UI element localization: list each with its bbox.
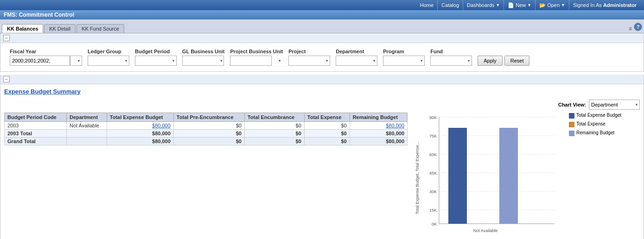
dashboards-dropdown[interactable]: Dashboards ▼ bbox=[463, 0, 504, 10]
ledger-group-select[interactable] bbox=[88, 56, 129, 66]
action-buttons: Apply Reset bbox=[478, 56, 529, 66]
fiscal-year-label: Fiscal Year bbox=[10, 49, 82, 54]
gl-business-unit-select[interactable] bbox=[182, 56, 224, 66]
tab-kk-fund-source[interactable]: KK Fund Source bbox=[77, 24, 124, 33]
fiscal-year-filter: Fiscal Year bbox=[10, 49, 82, 66]
data-table-container: Budget Period Code Department Total Expe… bbox=[4, 113, 408, 145]
budget-period-select[interactable] bbox=[135, 56, 177, 66]
svg-text:60K: 60K bbox=[429, 152, 437, 157]
chart-view-label: Chart View: bbox=[558, 102, 586, 107]
tabs-container: KK Balances KK Detail KK Fund Source bbox=[2, 24, 124, 33]
col-total-pre-encumbrance: Total Pre-Encumbrance bbox=[173, 113, 244, 122]
gl-business-unit-filter: GL Business Unit bbox=[182, 49, 224, 66]
app-title: FMS: Commitment Control bbox=[4, 12, 74, 18]
fiscal-year-select[interactable] bbox=[70, 56, 82, 66]
filters-row: Fiscal Year Ledger Group Budget Period bbox=[10, 49, 634, 66]
legend-color-expense-budget bbox=[569, 113, 574, 119]
svg-text:90K: 90K bbox=[429, 115, 437, 120]
fund-label: Fund bbox=[430, 49, 472, 54]
open-arrow-icon: ▼ bbox=[561, 3, 565, 7]
svg-text:Not Available: Not Available bbox=[473, 228, 497, 233]
catalog-link[interactable]: Catalog bbox=[438, 0, 463, 10]
cell-remaining-budget[interactable]: $80,000 bbox=[350, 122, 407, 130]
title-bar: FMS: Commitment Control bbox=[0, 10, 644, 19]
svg-text:45K: 45K bbox=[429, 171, 437, 176]
fund-filter: Fund bbox=[430, 49, 472, 66]
chart-svg: 90K 75K 60K 45K 30K 15K 0K bbox=[421, 113, 564, 238]
table-chart-container: Budget Period Code Department Total Expe… bbox=[4, 113, 640, 239]
ledger-group-filter: Ledger Group bbox=[88, 49, 129, 66]
new-arrow-icon: ▼ bbox=[527, 3, 531, 7]
cell-total-expense-budget[interactable]: $80,000 bbox=[107, 122, 173, 130]
y-axis-label: Total Expense Budget, Total Expense... bbox=[415, 142, 420, 214]
legend-color-total-expense bbox=[569, 122, 574, 127]
results-collapse-icon[interactable]: − bbox=[3, 76, 10, 82]
fiscal-year-input[interactable] bbox=[10, 56, 70, 66]
results-section-header: − bbox=[0, 75, 644, 84]
table-row: 2003 Not Available $80,000 $0 $0 $0 $80,… bbox=[5, 122, 408, 130]
legend-item-total-expense: Total Expense bbox=[569, 121, 621, 127]
svg-text:0K: 0K bbox=[432, 222, 437, 226]
grand-total-row: Grand Total $80,000 $0 $0 $0 $80,000 bbox=[5, 138, 408, 145]
cell-grand-total-exp: $0 bbox=[304, 138, 350, 145]
reset-button[interactable]: Reset bbox=[504, 56, 530, 66]
legend-label-total-expense: Total Expense bbox=[576, 121, 606, 126]
cell-total-enc: $0 bbox=[244, 130, 304, 138]
chart-container: Total Expense Budget, Total Expense... bbox=[415, 113, 640, 239]
legend-item-expense-budget: Total Expense Budget bbox=[569, 113, 621, 119]
cell-total-expense: $0 bbox=[304, 122, 350, 130]
expense-table: Budget Period Code Department Total Expe… bbox=[4, 113, 408, 145]
open-dropdown[interactable]: 📂 Open ▼ bbox=[536, 0, 569, 10]
apply-button[interactable]: Apply bbox=[478, 56, 503, 66]
fund-select[interactable] bbox=[430, 56, 472, 66]
cell-total-exp: $0 bbox=[304, 130, 350, 138]
tab-kk-balances[interactable]: KK Balances bbox=[2, 24, 43, 33]
cell-grand-total-expense-budget: $80,000 bbox=[107, 138, 173, 145]
help-button[interactable]: ? bbox=[634, 23, 642, 31]
gl-business-unit-label: GL Business Unit bbox=[182, 49, 224, 54]
cell-total-total-expense-budget: $80,000 bbox=[107, 130, 173, 138]
project-business-unit-select[interactable] bbox=[230, 56, 272, 66]
col-budget-period: Budget Period Code bbox=[5, 113, 67, 122]
chart-view-select[interactable]: Department bbox=[589, 100, 640, 110]
cell-total-label: 2003 Total bbox=[5, 130, 67, 138]
col-total-encumbrance: Total Encumbrance bbox=[244, 113, 304, 122]
project-business-unit-filter: Project Business Unit bbox=[230, 49, 283, 66]
filters-section-header: − bbox=[0, 33, 644, 43]
cell-total-pre-encumbrance: $0 bbox=[173, 122, 244, 130]
ledger-group-label: Ledger Group bbox=[88, 49, 129, 54]
col-department: Department bbox=[66, 113, 107, 122]
legend-item-remaining-budget: Remaining Budget bbox=[569, 130, 621, 136]
cell-total-dept bbox=[66, 130, 107, 138]
new-dropdown[interactable]: 📄 New ▼ bbox=[504, 0, 536, 10]
filters-collapse-icon[interactable]: − bbox=[3, 35, 10, 41]
cell-grand-total-label: Grand Total bbox=[5, 138, 67, 145]
program-select[interactable] bbox=[383, 56, 425, 66]
cell-total-encumbrance: $0 bbox=[244, 122, 304, 130]
open-icon: 📂 bbox=[539, 2, 546, 8]
expense-budget-title[interactable]: Expense Budget Summary bbox=[4, 88, 640, 95]
svg-text:75K: 75K bbox=[429, 134, 437, 138]
list-icon: ≡ bbox=[629, 25, 632, 32]
home-link[interactable]: Home bbox=[416, 0, 438, 10]
program-label: Program bbox=[383, 49, 425, 54]
cell-grand-total-remaining: $80,000 bbox=[350, 138, 407, 145]
col-total-expense-budget: Total Expense Budget bbox=[107, 113, 173, 122]
cell-total-remaining: $80,000 bbox=[350, 130, 407, 138]
chart-view-row: Chart View: Department bbox=[4, 100, 640, 110]
cell-grand-total-dept bbox=[66, 138, 107, 145]
cell-budget-period: 2003 bbox=[5, 122, 67, 130]
main-content: Expense Budget Summary Chart View: Depar… bbox=[0, 84, 644, 239]
signed-in-info: Signed In As Administrator bbox=[569, 0, 640, 10]
cell-total-pre-enc: $0 bbox=[173, 130, 244, 138]
project-select[interactable] bbox=[288, 56, 330, 66]
program-filter: Program bbox=[383, 49, 425, 66]
budget-period-filter: Budget Period bbox=[135, 49, 177, 66]
department-select[interactable] bbox=[336, 56, 377, 66]
bar-total-expense-budget bbox=[448, 128, 467, 224]
tab-kk-detail[interactable]: KK Detail bbox=[44, 24, 76, 33]
legend-label-remaining-budget: Remaining Budget bbox=[576, 130, 614, 135]
total-row: 2003 Total $80,000 $0 $0 $0 $80,000 bbox=[5, 130, 408, 138]
legend-color-remaining-budget bbox=[569, 131, 574, 136]
department-label: Department bbox=[336, 49, 377, 54]
